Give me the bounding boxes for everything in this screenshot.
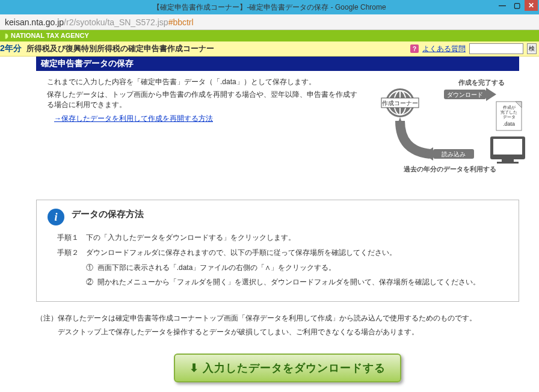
svg-rect-19 [502,159,514,162]
download-icon: ⬇ [189,362,199,374]
flag-icon: ◗ [5,32,8,39]
close-icon[interactable]: ✕ [525,0,538,11]
svg-rect-18 [493,139,522,155]
note-block: （注）保存したデータは確定申告書等作成コーナートップ画面「保存データを利用して作… [36,311,519,339]
download-button[interactable]: ⬇入力したデータをダウンロードする [174,354,401,382]
svg-rect-20 [497,162,519,164]
minimize-icon[interactable]: — [496,0,509,11]
window-title: 【確定申告書作成コーナー】-確定申告書データの保存 - Google Chrom… [153,2,386,13]
svg-text:データ: データ [503,115,516,120]
search-button[interactable]: 検 [527,43,537,54]
breadcrumb-bar: 2年分 所得税及び復興特別所得税の確定申告書作成コーナー ? よくある質問 検 [0,41,539,57]
svg-text:完了した: 完了した [500,110,517,114]
svg-text:ダウンロード: ダウンロード [447,91,483,98]
substep2-text: 開かれたメニューから「フォルダを開く」を選択し、ダウンロードフォルダを開いて、保… [97,278,480,286]
steps-box: i データの保存方法 手順１ 下の「入力したデータをダウンロードする」をクリック… [36,200,519,302]
agency-header: ◗NATIONAL TAX AGENCY [0,30,539,41]
page-title: 確定申告書データの保存 [36,57,519,71]
substep1-text: 画面下部に表示される「.data」ファイルの右側の「∧」をクリックする。 [97,263,336,272]
resume-link[interactable]: →保存したデータを利用して作成を再開する方法 [54,114,213,123]
steps-title: データの保存方法 [72,209,508,220]
address-bar[interactable]: keisan.nta.go.jp/r2/syotoku/ta_SN_S572.j… [0,14,539,30]
search-input[interactable] [469,43,523,54]
intro-block: これまでに入力した内容を「確定申告書」データ（「.data」）として保存します。… [36,71,361,124]
step1-label: 手順１ [57,231,85,245]
svg-text:作成コーナー: 作成コーナー [381,100,418,106]
url-hash: #bbctrl [168,17,194,27]
workflow-diagram: ダウンロード 作成を完了する 作成コーナー 作成が 完了した データ .data… [373,79,528,175]
svg-text:過去の年分のデータを利用する: 過去の年分のデータを利用する [403,165,496,173]
svg-text:作成が: 作成が [502,105,516,110]
question-icon: ? [410,44,419,53]
svg-text:読み込み: 読み込み [442,151,466,158]
svg-text:作成を完了する: 作成を完了する [458,79,505,87]
faq-link[interactable]: よくある質問 [422,44,466,54]
url-host: keisan.nta.go.jp [5,17,64,27]
step1-text: 下の「入力したデータをダウンロードする」をクリックします。 [86,231,486,245]
step2-text: ダウンロードフォルダに保存されますので、以下の手順に従って保存場所を確認してくだ… [86,246,486,260]
url-path: /r2/syotoku/ta_SN_S572.jsp [64,17,168,27]
step2-label: 手順２ [57,246,85,260]
info-icon: i [48,209,64,225]
section-title: 所得税及び復興特別所得税の確定申告書作成コーナー [26,43,214,54]
svg-marker-1 [486,88,496,101]
window-titlebar: 【確定申告書作成コーナー】-確定申告書データの保存 - Google Chrom… [0,0,539,14]
svg-text:.data: .data [503,121,515,127]
tax-year: 2年分 [0,43,26,54]
maximize-icon[interactable]: ▢ [510,0,523,11]
